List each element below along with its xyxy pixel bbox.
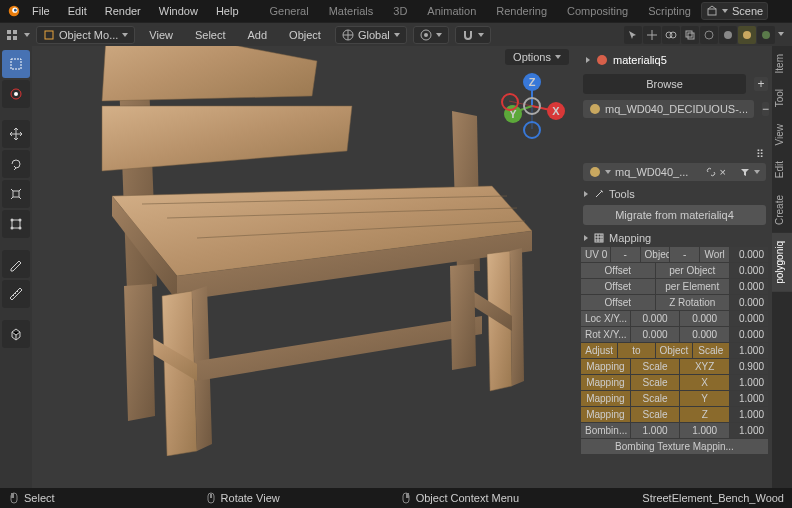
- mapping-value[interactable]: 0.000: [730, 327, 768, 342]
- mapping-row[interactable]: UV 0-Object 0.5-Worl0.000: [581, 247, 768, 262]
- side-tab-edit[interactable]: Edit: [772, 153, 792, 186]
- mapping-cell[interactable]: 0.000: [680, 327, 729, 342]
- mapping-row[interactable]: MappingScaleY1.000: [581, 391, 768, 406]
- mapping-cell[interactable]: Offset: [581, 279, 655, 294]
- mapping-row[interactable]: Bombing Texture Mappin...: [581, 439, 768, 454]
- workspace-animation[interactable]: Animation: [418, 2, 485, 20]
- mapping-row[interactable]: OffsetZ Rotation0.000: [581, 295, 768, 310]
- mapping-value[interactable]: 0.000: [730, 279, 768, 294]
- rendered-shading-icon[interactable]: [757, 26, 775, 44]
- workspace-compositing[interactable]: Compositing: [558, 2, 637, 20]
- workspace-3d[interactable]: 3D: [384, 2, 416, 20]
- workspace-scripting[interactable]: Scripting: [639, 2, 693, 20]
- mapping-cell[interactable]: -: [670, 247, 699, 262]
- mapping-cell[interactable]: Object 0.5: [641, 247, 670, 262]
- workspace-general[interactable]: General: [261, 2, 318, 20]
- menu-help[interactable]: Help: [208, 2, 247, 20]
- mapping-cell[interactable]: Scale: [631, 407, 680, 422]
- tool-transform[interactable]: [2, 210, 30, 238]
- mapping-value[interactable]: 1.000: [730, 375, 768, 390]
- menu-edit[interactable]: Edit: [60, 2, 95, 20]
- mapping-cell[interactable]: Rot X/Y...: [581, 327, 630, 342]
- material-chip[interactable]: mq_WD040_DECIDUOUS-...: [583, 100, 754, 118]
- migrate-button[interactable]: Migrate from materialiq4: [583, 205, 766, 225]
- editor-type-icon[interactable]: [6, 29, 18, 41]
- mapping-cell[interactable]: Mapping: [581, 375, 630, 390]
- menu-view[interactable]: View: [141, 26, 181, 44]
- browse-button[interactable]: Browse: [583, 74, 746, 94]
- mapping-cell[interactable]: Loc X/Y...: [581, 311, 630, 326]
- mapping-cell[interactable]: Y: [680, 391, 729, 406]
- mapping-cell[interactable]: 0.000: [631, 327, 680, 342]
- mapping-cell[interactable]: Scale: [631, 391, 680, 406]
- mapping-cell[interactable]: 0.000: [680, 311, 729, 326]
- mapping-row[interactable]: Loc X/Y...0.0000.0000.000: [581, 311, 768, 326]
- side-tab-polygoniq[interactable]: polygoniq: [772, 233, 792, 292]
- mapping-value[interactable]: 1.000: [730, 423, 768, 438]
- workspace-materials[interactable]: Materials: [320, 2, 383, 20]
- mapping-value[interactable]: 0.900: [730, 359, 768, 374]
- orientation-selector[interactable]: Global: [335, 26, 407, 44]
- mapping-cell[interactable]: Object: [656, 343, 692, 358]
- mapping-cell[interactable]: Z Rotation: [656, 295, 730, 310]
- mapping-cell[interactable]: Scale: [631, 359, 680, 374]
- gizmo-center[interactable]: [523, 97, 541, 115]
- gizmo-x-axis[interactable]: X: [547, 102, 565, 120]
- material-shading-icon[interactable]: [738, 26, 756, 44]
- mapping-value[interactable]: 0.000: [730, 295, 768, 310]
- link-icon[interactable]: [706, 167, 716, 177]
- mapping-value[interactable]: 1.000: [730, 391, 768, 406]
- mapping-row[interactable]: Offsetper Object0.000: [581, 263, 768, 278]
- mapping-row[interactable]: Rot X/Y...0.0000.0000.000: [581, 327, 768, 342]
- mapping-row[interactable]: MappingScaleXYZ0.900: [581, 359, 768, 374]
- mapping-cell[interactable]: Mapping: [581, 407, 630, 422]
- material-field[interactable]: mq_WD040_... ×: [583, 163, 766, 181]
- overlay-toggle-icon[interactable]: [662, 26, 680, 44]
- tool-select-box[interactable]: [2, 50, 30, 78]
- xray-icon[interactable]: [681, 26, 699, 44]
- viewport-3d[interactable]: Options: [32, 46, 577, 488]
- mode-selector[interactable]: Object Mo...: [36, 26, 135, 44]
- tool-scale[interactable]: [2, 180, 30, 208]
- tool-cursor[interactable]: [2, 80, 30, 108]
- workspace-rendering[interactable]: Rendering: [487, 2, 556, 20]
- mapping-cell[interactable]: per Element: [656, 279, 730, 294]
- menu-add[interactable]: Add: [240, 26, 276, 44]
- side-tab-tool[interactable]: Tool: [772, 81, 792, 115]
- gizmo-z-axis[interactable]: Z: [523, 73, 541, 91]
- mapping-cell[interactable]: per Object: [656, 263, 730, 278]
- mapping-cell[interactable]: Worl: [700, 247, 729, 262]
- wireframe-shading-icon[interactable]: [700, 26, 718, 44]
- chevron-down-icon[interactable]: [584, 191, 588, 197]
- menu-window[interactable]: Window: [151, 2, 206, 20]
- mapping-value[interactable]: 1.000: [730, 407, 768, 422]
- tool-annotate[interactable]: [2, 250, 30, 278]
- scene-selector[interactable]: Scene: [701, 2, 768, 20]
- tool-rotate[interactable]: [2, 150, 30, 178]
- mapping-row[interactable]: Offsetper Element0.000: [581, 279, 768, 294]
- mapping-cell[interactable]: 0.000: [631, 311, 680, 326]
- tool-measure[interactable]: [2, 280, 30, 308]
- tool-add-primitive[interactable]: [2, 320, 30, 348]
- mapping-row[interactable]: MappingScaleX1.000: [581, 375, 768, 390]
- chevron-down-icon[interactable]: [586, 57, 590, 63]
- mapping-cell[interactable]: Mapping: [581, 391, 630, 406]
- side-tab-item[interactable]: Item: [772, 46, 792, 81]
- mapping-cell[interactable]: Offset: [581, 263, 655, 278]
- filter-icon[interactable]: [740, 167, 750, 177]
- gizmo-neg-z-axis[interactable]: [523, 121, 541, 139]
- mapping-cell[interactable]: Scale: [693, 343, 729, 358]
- tool-move[interactable]: [2, 120, 30, 148]
- side-tab-create[interactable]: Create: [772, 187, 792, 233]
- mapping-row[interactable]: Bombin...1.0001.0001.000: [581, 423, 768, 438]
- solid-shading-icon[interactable]: [719, 26, 737, 44]
- mapping-value[interactable]: 1.000: [730, 343, 768, 358]
- mapping-cell[interactable]: UV 0: [581, 247, 610, 262]
- add-button[interactable]: +: [754, 77, 768, 91]
- mapping-row[interactable]: MappingScaleZ1.000: [581, 407, 768, 422]
- pivot-selector[interactable]: [413, 26, 449, 44]
- mapping-cell[interactable]: Z: [680, 407, 729, 422]
- side-tab-view[interactable]: View: [772, 116, 792, 154]
- mapping-cell[interactable]: 1.000: [631, 423, 680, 438]
- menu-select[interactable]: Select: [187, 26, 234, 44]
